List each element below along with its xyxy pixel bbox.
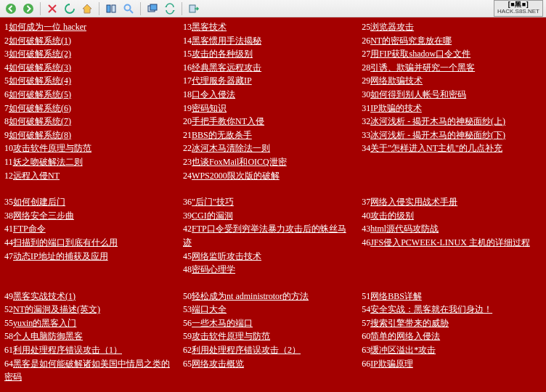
article-link[interactable]: 攻击的各种级别 (192, 49, 253, 59)
article-link[interactable]: 黑客是如何能破解诸如美国中情局之类的密码 (4, 359, 170, 383)
search-button[interactable] (121, 1, 136, 16)
article-link[interactable]: 网络监听攻击技术 (192, 251, 261, 261)
go-button[interactable] (186, 1, 202, 16)
article-link[interactable]: 远程入侵NT (13, 171, 60, 181)
link-column: 35如何创建后门38网络安全三步曲41FTP命令44扫描到的端口到底有什么用47… (4, 195, 176, 277)
item-number: 27 (362, 49, 370, 59)
item-number: 37 (362, 197, 370, 207)
article-link[interactable]: 网络欺骗技术 (370, 75, 423, 86)
article-link[interactable]: 端口大全 (192, 304, 227, 314)
article-link[interactable]: 密码知识 (192, 103, 227, 113)
article-link[interactable]: yuxin的黑客入门 (13, 318, 76, 328)
list-item: 57搜索引擎带来的威胁 (362, 317, 542, 330)
panels-button[interactable] (103, 1, 119, 16)
article-link[interactable]: 如何破解系统(7) (9, 116, 71, 126)
article-link[interactable]: 如何破解系统(6) (9, 103, 71, 113)
article-link[interactable]: JFS侵入PCWEEK-LINUX 主机的详细过程 (370, 237, 530, 248)
item-number: 14 (183, 36, 192, 46)
article-link[interactable]: 攻击软件原理与防范 (192, 331, 270, 341)
item-number: 11 (4, 157, 13, 167)
article-link[interactable]: 搜索引擎带来的威胁 (370, 318, 449, 328)
article-link[interactable]: 引诱、欺骗并研究一个黑客 (370, 62, 475, 73)
article-link[interactable]: 网络攻击概览 (192, 359, 244, 369)
article-link[interactable]: 口令入侵法 (192, 89, 235, 99)
article-link[interactable]: 安全实战：黑客就在我们身边！ (370, 304, 492, 314)
article-link[interactable]: 如何成为一位 hacker (9, 22, 86, 32)
list-item: 26NT的密码究竟放在哪 (362, 34, 542, 48)
list-item: 35如何创建后门 (4, 195, 176, 209)
article-link[interactable]: 利用处理程序错误攻击（1） (13, 345, 122, 355)
article-link[interactable]: 黑客惯用手法揭秘 (192, 36, 261, 46)
link-column: 25浏览器攻击26NT的密码究竟放在哪27用FIP获取shadow口令文件28引… (362, 20, 542, 182)
article-link[interactable]: 如何创建后门 (13, 197, 65, 207)
article-link[interactable]: 网络BBS详解 (370, 291, 422, 301)
back-button[interactable] (3, 1, 19, 16)
article-link[interactable]: 代理服务器藏IP (192, 75, 252, 86)
toolbar-separator (140, 2, 141, 15)
article-link[interactable]: 浏览器攻击 (370, 22, 414, 32)
item-number: 44 (4, 237, 13, 248)
article-link[interactable]: 关于"怎样进入NT主机"的几点补充 (370, 143, 502, 153)
page-content: 1如何成为一位 hacker2如何破解系统(1)3如何破解系统(2)4如何破解系… (0, 17, 546, 392)
article-link[interactable]: html源代码攻防战 (370, 224, 439, 234)
article-link[interactable]: 密码心理学 (192, 264, 235, 274)
svg-rect-6 (150, 4, 157, 10)
item-number: 19 (183, 103, 192, 113)
list-item: 31IP欺骗的技术 (362, 102, 542, 115)
list-item: 43html源代码攻防战 (362, 222, 542, 236)
item-number: 45 (183, 251, 192, 261)
refresh-button[interactable] (62, 1, 78, 16)
article-link[interactable]: NT的漏洞及描述(英文) (13, 304, 100, 314)
article-link[interactable]: BBS的无敌杀手 (192, 130, 252, 140)
article-link[interactable]: 攻击软件原理与防范 (13, 143, 91, 153)
item-number: 53 (183, 304, 192, 314)
svg-rect-2 (107, 5, 110, 12)
list-item: 38网络安全三步曲 (4, 209, 176, 223)
article-link[interactable]: 如何破解系统(2) (9, 49, 71, 59)
article-link[interactable]: 扫描到的端口到底有什么用 (13, 237, 118, 248)
article-link[interactable]: 缓冲区溢出*攻击 (370, 345, 436, 355)
article-link[interactable]: 也谈FoxMail和OICQ泄密 (192, 157, 287, 167)
article-link[interactable]: 冰河浅析 - 揭开木马的神秘面纱(上) (370, 116, 505, 126)
list-item: 6如何破解系统(5) (4, 88, 176, 102)
home-button[interactable] (79, 1, 95, 16)
item-number: 32 (362, 116, 370, 126)
tabs-button[interactable] (144, 1, 160, 16)
stop-button[interactable] (44, 1, 60, 16)
article-link[interactable]: 利用处理程序错误攻击（2） (192, 345, 301, 355)
article-link[interactable]: 如何破解系统(1) (9, 36, 71, 46)
article-link[interactable]: 如何破解系统(5) (9, 89, 71, 99)
article-link[interactable]: FTP口令受到穷举法暴力攻击后的蛛丝马迹 (183, 224, 346, 248)
article-link[interactable]: 手把手教你NT入侵 (192, 116, 264, 126)
article-link[interactable]: 用FIP获取shadow口令文件 (370, 49, 470, 59)
article-link[interactable]: 如何破解系统(8) (9, 130, 71, 140)
article-link[interactable]: 妖之吻破解法二则 (13, 157, 83, 167)
article-link[interactable]: 个人电脑防御黑客 (13, 331, 83, 341)
article-link[interactable]: "后门"技巧 (192, 197, 234, 207)
article-link[interactable]: IP欺骗原理 (370, 359, 413, 369)
article-link[interactable]: CGI的漏洞 (192, 211, 233, 221)
article-link[interactable]: 冰河木马清除法一则 (192, 143, 270, 153)
article-link[interactable]: 动态IP地址的捕获及应用 (13, 251, 108, 261)
article-link[interactable]: FTP命令 (13, 224, 46, 234)
article-link[interactable]: 网络安全三步曲 (13, 211, 74, 221)
article-link[interactable]: 黑客技术 (192, 22, 227, 32)
article-link[interactable]: IP欺骗的技术 (370, 103, 422, 113)
article-link[interactable]: WPS2000限次版的破解 (192, 171, 280, 181)
list-item: 55yuxin的黑客入门 (4, 317, 176, 330)
article-link[interactable]: 如何破解系统(3) (9, 62, 71, 73)
article-link[interactable]: 如何得到别人帐号和密码 (370, 89, 466, 99)
article-link[interactable]: 经典黑客远程攻击 (192, 62, 261, 73)
article-link[interactable]: 攻击的级别 (370, 211, 414, 221)
article-link[interactable]: NT的密码究竟放在哪 (370, 36, 452, 46)
article-link[interactable]: 轻松成为nt administrotor的方法 (192, 291, 309, 301)
item-number: 56 (183, 318, 192, 328)
article-link[interactable]: 一些木马的端口 (192, 318, 253, 328)
sync-button[interactable] (162, 1, 178, 16)
article-link[interactable]: 网络入侵实用战术手册 (370, 197, 457, 207)
article-link[interactable]: 如何破解系统(4) (9, 75, 71, 86)
forward-button[interactable] (20, 1, 36, 16)
article-link[interactable]: 冰河浅析 - 揭开木马的神秘面纱(下) (370, 130, 505, 140)
article-link[interactable]: 黑客实战技术(1) (13, 291, 76, 301)
article-link[interactable]: 简单的网络入侵法 (370, 331, 440, 341)
